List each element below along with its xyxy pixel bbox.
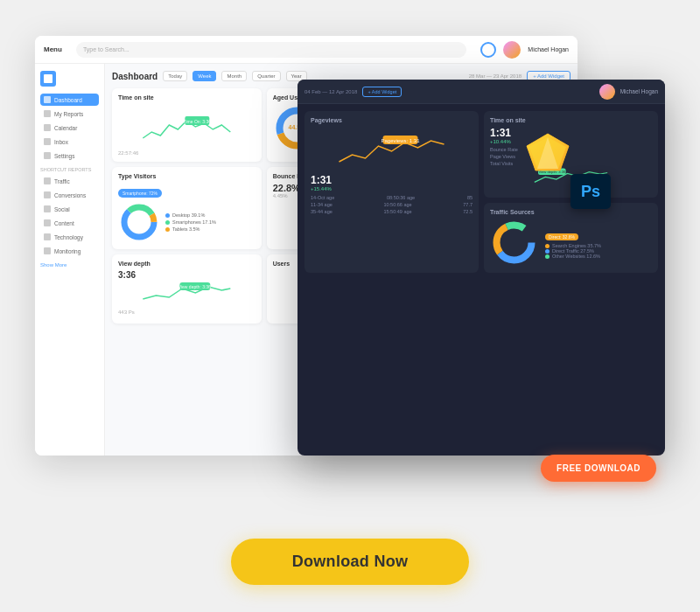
tab-quarter[interactable]: Quarter [252, 71, 280, 81]
donut-legend: Desktop 39.1% Smartphones 17.1% Tablets … [165, 212, 216, 232]
widget-view-depth: View depth 3:36 View depth: 3:36 443 Ps [112, 254, 262, 323]
sidebar-item-social[interactable]: Social [40, 203, 99, 215]
sketch-icon [525, 132, 570, 172]
reports-icon [44, 110, 51, 117]
type-visitors-donut [118, 201, 160, 243]
time-stat: Page Views [490, 154, 652, 159]
date-range: 28 Mar — 23 Apr 2018 [469, 73, 522, 79]
traffic-icon [44, 177, 51, 184]
calendar-icon [44, 124, 51, 131]
photoshop-icon-badge: Ps [570, 174, 611, 209]
stat-row: 35-44 age15:50:49 age72.5 [311, 209, 472, 214]
time-stat: Bounce Rate [490, 147, 652, 152]
legend-item: Smartphones 17.1% [165, 219, 216, 225]
show-more[interactable]: Show More [40, 262, 99, 268]
sidebar-item-monitoring[interactable]: Monitoring [40, 245, 99, 257]
sidebar-logo [40, 71, 56, 87]
user-name: Michael Hogan [528, 46, 569, 52]
sidebar-item-content[interactable]: Content [40, 217, 99, 229]
dark-topbar: 04 Feb — 12 Apr 2018 + Add Widget Michae… [298, 80, 665, 104]
dark-user-name: Michael Hogan [620, 88, 658, 94]
view-depth-sub: 443 Ps [118, 309, 256, 315]
sketch-icon-badge [525, 132, 570, 176]
dark-widget-traffic: Traffic Sources Direct: 32.6% Search Eng… [484, 203, 658, 273]
page-title: Dashboard [112, 72, 158, 81]
dark-time-stats: Bounce Rate Page Views Total Visits [490, 147, 652, 166]
dark-widget-title: Traffic Sources [490, 209, 652, 215]
dark-traffic-stats: Direct: 32.6% Search Engines 35.7% Direc… [545, 226, 601, 259]
dark-legend-item: Other Websites 12.6% [545, 254, 601, 259]
svg-text:Time On: 3:36: Time On: 3:36 [184, 119, 212, 124]
time-on-site-chart: Time On: 3:36 [118, 108, 256, 147]
sidebar-label: Content [54, 220, 74, 226]
tab-month[interactable]: Month [221, 71, 247, 81]
search-placeholder: Type to Search... [83, 46, 130, 52]
sidebar-label: Monitoring [54, 248, 80, 254]
search-bar[interactable]: Type to Search... [76, 42, 466, 58]
download-button-wrap: Download Now [231, 539, 470, 585]
sidebar-label: Settings [54, 153, 75, 159]
sidebar-item-traffic[interactable]: Traffic [40, 175, 99, 187]
free-download-badge[interactable]: FREE DOWNLOAD [541, 455, 656, 482]
stat-row: 11-34 age10:50:66 age77.7 [311, 202, 472, 207]
inbox-icon [44, 138, 51, 145]
dark-pageviews-chart: Pageviews: 1.31 [311, 127, 472, 170]
sidebar-item-technology[interactable]: Technology [40, 231, 99, 243]
sidebar-item-calendar[interactable]: Calendar [40, 122, 99, 134]
svg-text:View depth: 3:36: View depth: 3:36 [178, 284, 211, 289]
logo-circle [480, 42, 496, 58]
tab-today[interactable]: Today [163, 71, 187, 81]
smartphone-badge: Smartphone: 72% [118, 189, 162, 198]
widget-type-visitors: Type Visitors Smartphone: 72% Desktop 39… [112, 167, 262, 249]
dark-value: 1:31 [311, 174, 472, 186]
logo-inner [44, 74, 52, 83]
widget-title: Time on site [118, 94, 256, 101]
avatar [503, 41, 521, 59]
settings-icon [44, 152, 51, 159]
dark-stats-list: 14-Oct age08:50:36 age85 11-34 age10:50:… [311, 195, 472, 214]
conversions-icon [44, 191, 51, 198]
menu-label: Menu [44, 45, 62, 53]
sidebar-item-settings[interactable]: Settings [40, 150, 99, 162]
sidebar-label: Calendar [54, 125, 77, 131]
light-sidebar: Dashboard My Reports Calendar Inbox [35, 64, 105, 456]
shortcut-section-title: Shortcut Reports [40, 167, 99, 172]
sidebar-item-conversions[interactable]: Conversions [40, 189, 99, 201]
stat-row: 14-Oct age08:50:36 age85 [311, 195, 472, 200]
widget-title: View depth [118, 261, 256, 267]
sidebar-label: Conversions [54, 192, 86, 198]
svg-text:Pageviews: 1.31: Pageviews: 1.31 [381, 138, 420, 143]
sidebar-item-inbox[interactable]: Inbox [40, 136, 99, 148]
sidebar-label: Social [54, 206, 70, 212]
widget-title: Type Visitors [118, 173, 256, 179]
widget-time-on-site: Time on site Time On: 3:36 22:57:46 [112, 88, 262, 162]
dark-traffic-donut [490, 219, 538, 267]
sidebar-label: Inbox [54, 139, 68, 145]
dark-avatar [599, 84, 615, 100]
dark-widget-title: Time on site [490, 117, 652, 123]
dark-sub: +15.44% [311, 186, 472, 191]
dashboard-dark: 04 Feb — 12 Apr 2018 + Add Widget Michae… [298, 80, 665, 456]
preview-area: Menu Type to Search... Michael Hogan Das… [35, 27, 665, 517]
sidebar-label: Traffic [54, 178, 70, 184]
widget-sub: 22:57:46 [118, 150, 256, 156]
main-container: Menu Type to Search... Michael Hogan Das… [0, 0, 700, 612]
sidebar-item-dashboard[interactable]: Dashboard [40, 94, 99, 106]
monitoring-icon [44, 247, 51, 254]
dark-widget-title: Pageviews [311, 117, 472, 123]
dark-time-sub: +10.44% [490, 139, 652, 144]
download-now-button[interactable]: Download Now [231, 539, 470, 585]
dark-add-widget-button[interactable]: + Add Widget [362, 87, 402, 97]
dark-widget-pageviews: Pageviews Pageviews: 1.31 1:31 +15.44% 1… [304, 111, 479, 273]
sidebar-item-reports[interactable]: My Reports [40, 108, 99, 120]
tab-week[interactable]: Week [192, 71, 216, 81]
dark-time-value: 1:31 [490, 127, 652, 139]
view-depth-chart: View depth: 3:36 [118, 280, 256, 306]
sidebar-label: Technology [54, 234, 83, 240]
dark-traffic-wrap: Direct: 32.6% Search Engines 35.7% Direc… [490, 219, 652, 267]
legend-item: Desktop 39.1% [165, 212, 216, 218]
sidebar-label: Dashboard [54, 97, 82, 103]
dark-date-range: 04 Feb — 12 Apr 2018 [304, 89, 357, 94]
legend-item: Tablets 3.5% [165, 226, 216, 232]
social-icon [44, 205, 51, 212]
